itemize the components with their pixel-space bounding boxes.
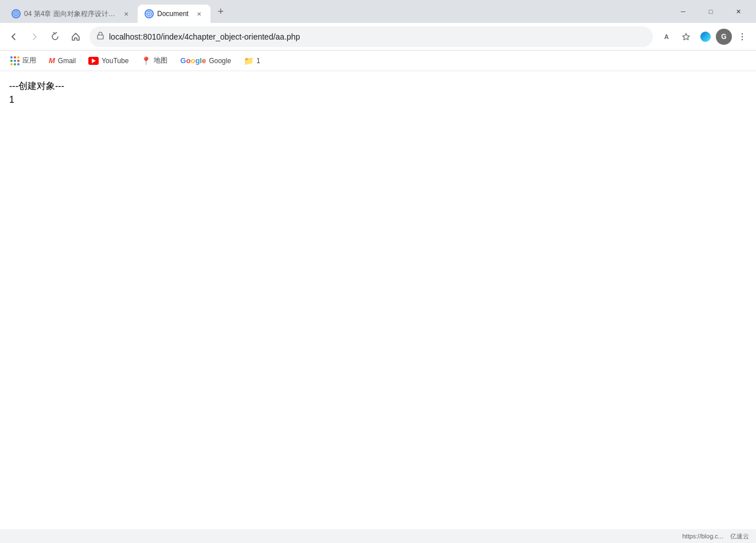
- bookmark-youtube[interactable]: YouTube: [83, 55, 134, 67]
- address-bar[interactable]: localhost:8010/index/4chapter_object-ori…: [89, 26, 653, 47]
- youtube-label: YouTube: [102, 57, 128, 65]
- forward-button[interactable]: [25, 28, 44, 46]
- tab1-close-button[interactable]: ✕: [122, 9, 131, 18]
- avatar[interactable]: G: [716, 29, 732, 45]
- edge-icon: [700, 32, 711, 42]
- bookmark-gmail[interactable]: M Gmail: [43, 54, 81, 67]
- window-controls: ─ □ ✕: [670, 2, 751, 21]
- bookmark-folder1[interactable]: 📁 1: [238, 54, 266, 68]
- google-icon: Google: [180, 56, 206, 65]
- translate-button[interactable]: A: [657, 28, 676, 46]
- address-lock-icon: [96, 32, 104, 42]
- address-url: localhost:8010/index/4chapter_object-ori…: [109, 32, 646, 41]
- home-button[interactable]: [67, 28, 85, 46]
- status-brand: 亿速云: [730, 532, 749, 541]
- tab1-icon: [11, 9, 21, 18]
- tab-inactive[interactable]: 04 第4章 面向对象程序设计（电... ✕: [5, 5, 138, 23]
- youtube-icon: [88, 57, 99, 65]
- nav-right-icons: A G: [657, 28, 751, 46]
- google-label: Google: [209, 57, 231, 65]
- reload-button[interactable]: [46, 28, 64, 46]
- gmail-label: Gmail: [58, 57, 76, 65]
- navigation-bar: localhost:8010/index/4chapter_object-ori…: [0, 23, 756, 51]
- tab1-title: 04 第4章 面向对象程序设计（电...: [24, 9, 116, 19]
- new-tab-button[interactable]: +: [213, 3, 229, 20]
- status-bar: https://blog.c... 亿速云: [0, 529, 756, 543]
- back-button[interactable]: [5, 28, 23, 46]
- svg-point-9: [742, 38, 743, 40]
- close-button[interactable]: ✕: [725, 2, 751, 21]
- tab2-title: Document: [157, 10, 189, 18]
- minimize-button[interactable]: ─: [670, 2, 696, 21]
- apps-label: 应用: [22, 56, 36, 65]
- page-line-2: 1: [9, 95, 747, 105]
- apps-grid-icon: [10, 56, 20, 65]
- tab-active[interactable]: Document ✕: [138, 5, 211, 23]
- maps-icon: 📍: [141, 56, 151, 65]
- folder-icon: 📁: [244, 56, 254, 65]
- svg-point-7: [742, 33, 743, 34]
- bookmark-maps[interactable]: 📍 地图: [135, 53, 173, 68]
- maximize-button[interactable]: □: [697, 2, 724, 21]
- maps-label: 地图: [154, 56, 167, 65]
- title-bar: 04 第4章 面向对象程序设计（电... ✕ Document ✕ + ─ □ …: [0, 0, 756, 23]
- svg-rect-6: [98, 35, 103, 39]
- bookmark-google[interactable]: Google Google: [174, 54, 237, 67]
- status-watermark: https://blog.c...: [682, 533, 723, 540]
- bookmark-apps[interactable]: 应用: [5, 53, 42, 68]
- edge-browser-button[interactable]: [696, 28, 715, 46]
- bookmark-star-button[interactable]: [677, 28, 695, 46]
- page-content: ---创建对象--- 1: [0, 71, 756, 529]
- more-options-button[interactable]: [733, 28, 751, 46]
- tab2-close-button[interactable]: ✕: [194, 9, 204, 18]
- tab2-icon: [145, 9, 154, 18]
- gmail-icon: M: [49, 56, 55, 65]
- page-line-1: ---创建对象---: [9, 80, 747, 92]
- bookmarks-bar: 应用 M Gmail YouTube 📍 地图 Google Google 📁 …: [0, 51, 756, 71]
- svg-point-8: [742, 36, 743, 37]
- folder-label: 1: [256, 57, 260, 65]
